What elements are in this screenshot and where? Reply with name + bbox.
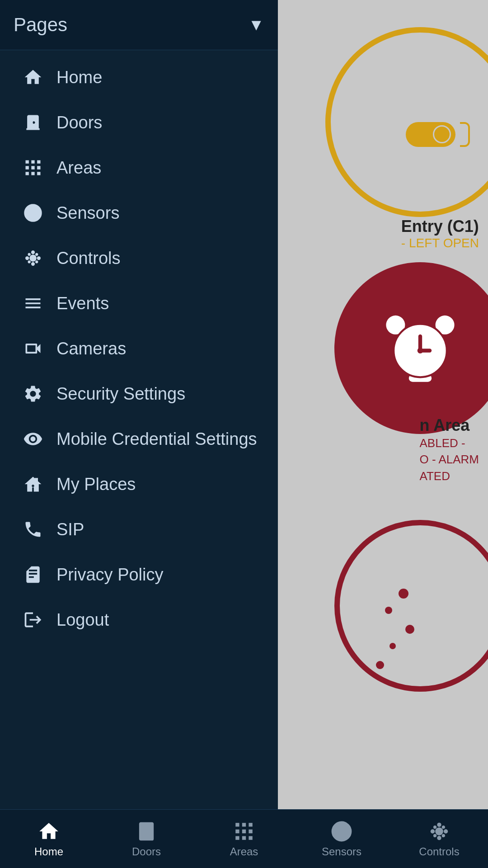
controls-icon — [18, 248, 47, 268]
svg-point-24 — [36, 261, 38, 263]
sidebar-item-logout[interactable]: Logout — [0, 597, 278, 642]
bottom-nav-doors-label: Doors — [132, 845, 161, 858]
bottom-doors-icon — [135, 820, 158, 843]
svg-point-19 — [32, 251, 34, 254]
sidebar-item-privacy-policy-label: Privacy Policy — [56, 565, 164, 585]
sidebar-item-mobile-credential[interactable]: Mobile Credential Settings — [0, 416, 278, 462]
sidebar-item-areas-label: Areas — [56, 158, 101, 178]
bottom-controls-icon — [428, 820, 450, 843]
svg-point-38 — [438, 823, 441, 826]
nav-list: Home Doors Areas — [0, 50, 278, 835]
bottom-home-icon — [38, 820, 60, 843]
bottom-nav-home-label: Home — [34, 845, 63, 858]
svg-point-27 — [144, 830, 146, 832]
sidebar-item-home-label: Home — [56, 68, 102, 87]
sidebar-item-my-places[interactable]: My Places — [0, 462, 278, 507]
home-icon — [18, 67, 47, 87]
sidebar-item-doors[interactable]: Doors — [0, 100, 278, 145]
areas-icon — [18, 158, 47, 178]
svg-point-18 — [38, 257, 40, 259]
svg-point-35 — [436, 828, 443, 835]
sidebar-header: Pages ▼ — [0, 0, 278, 50]
sidebar-item-home[interactable]: Home — [0, 55, 278, 100]
bottom-nav-bar: Home Doors Areas Sensors — [0, 809, 488, 868]
alarm-clock-icon — [373, 298, 468, 393]
bottom-nav-sensors[interactable]: Sensors — [293, 810, 390, 868]
svg-point-37 — [444, 830, 447, 832]
sidebar-item-security-settings-label: Security Settings — [56, 384, 185, 404]
bottom-nav-doors[interactable]: Doors — [98, 810, 195, 868]
svg-point-39 — [438, 836, 441, 839]
bottom-sensors-icon — [330, 820, 353, 843]
sidebar-item-my-places-label: My Places — [56, 475, 136, 494]
svg-point-11 — [24, 205, 41, 222]
svg-point-16 — [30, 255, 36, 261]
sidebar-item-areas[interactable]: Areas — [0, 145, 278, 190]
sidebar-item-sensors[interactable]: Sensors — [0, 190, 278, 236]
sidebar-item-controls[interactable]: Controls — [0, 236, 278, 281]
svg-point-20 — [32, 263, 34, 265]
sidebar-item-events[interactable]: Events — [0, 281, 278, 326]
svg-point-6 — [418, 348, 423, 354]
area-text-area: n Area ABLED - O - ALARM ATED — [420, 416, 479, 484]
privacy-policy-icon — [18, 565, 47, 585]
svg-point-21 — [28, 254, 30, 255]
sidebar-item-logout-label: Logout — [56, 610, 109, 630]
dropdown-arrow-icon[interactable]: ▼ — [248, 15, 264, 34]
my-places-icon — [18, 474, 47, 494]
area-title: n Area — [420, 416, 479, 435]
sidebar-item-mobile-credential-label: Mobile Credential Settings — [56, 429, 257, 449]
logout-icon — [18, 610, 47, 630]
sensors-icon — [18, 203, 47, 223]
svg-point-17 — [26, 257, 28, 259]
red-alarm-circle — [334, 262, 488, 434]
sidebar-item-sip-label: SIP — [56, 520, 84, 539]
sidebar-item-security-settings[interactable]: Security Settings — [0, 371, 278, 416]
area-status: ABLED - O - ALARM ATED — [420, 435, 479, 484]
svg-point-42 — [434, 835, 436, 836]
sidebar-item-controls-label: Controls — [56, 249, 121, 268]
svg-point-41 — [442, 826, 444, 828]
svg-point-40 — [434, 826, 436, 828]
sip-icon — [18, 519, 47, 539]
sidebar-item-privacy-policy[interactable]: Privacy Policy — [0, 552, 278, 597]
svg-point-23 — [28, 261, 30, 263]
security-settings-icon — [18, 384, 47, 404]
sidebar-item-sip[interactable]: SIP — [0, 507, 278, 552]
sidebar: Pages ▼ Home Doors — [0, 0, 278, 868]
red-circle-outline — [334, 520, 488, 692]
svg-point-22 — [36, 254, 38, 255]
svg-point-30 — [332, 822, 351, 841]
bottom-nav-controls[interactable]: Controls — [390, 810, 488, 868]
bottom-nav-home[interactable]: Home — [0, 810, 98, 868]
bottom-areas-icon — [233, 820, 255, 843]
svg-point-43 — [442, 835, 444, 836]
bottom-nav-sensors-label: Sensors — [322, 845, 361, 858]
entry-title: Entry (C1) — [401, 217, 479, 236]
sidebar-item-cameras[interactable]: Cameras — [0, 326, 278, 371]
pages-title: Pages — [14, 14, 67, 36]
entry-text-area: Entry (C1) - LEFT OPEN — [401, 217, 479, 250]
sidebar-item-sensors-label: Sensors — [56, 203, 119, 223]
bottom-nav-areas-label: Areas — [230, 845, 258, 858]
bottom-nav-controls-label: Controls — [419, 845, 459, 858]
sidebar-item-events-label: Events — [56, 294, 109, 313]
bottom-nav-areas[interactable]: Areas — [195, 810, 293, 868]
sidebar-item-doors-label: Doors — [56, 113, 102, 132]
toggle-area — [406, 122, 470, 147]
svg-point-36 — [431, 830, 434, 832]
doors-icon — [18, 113, 47, 132]
sidebar-item-cameras-label: Cameras — [56, 339, 126, 359]
entry-status: - LEFT OPEN — [401, 236, 479, 250]
cameras-icon — [18, 339, 47, 359]
mobile-credential-icon — [18, 429, 47, 449]
events-icon — [18, 293, 47, 313]
